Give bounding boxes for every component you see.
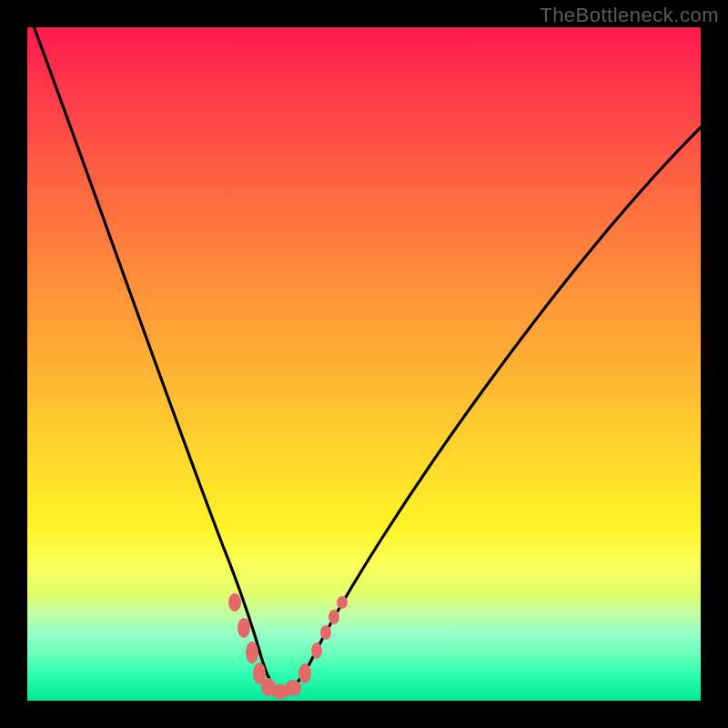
marker-dot (238, 618, 250, 638)
marker-dot (337, 596, 348, 609)
bottleneck-curve (27, 27, 701, 701)
curve-path (27, 27, 701, 692)
marker-dot (320, 625, 331, 640)
marker-dot (311, 642, 322, 659)
plot-area (27, 27, 701, 701)
marker-dot (329, 610, 339, 624)
marker-dot (228, 593, 241, 612)
chart-frame: TheBottleneck.com (0, 0, 728, 728)
marker-dot (285, 680, 301, 696)
marker-dot (298, 663, 311, 683)
attribution-label: TheBottleneck.com (540, 4, 719, 27)
marker-dot (246, 642, 258, 663)
